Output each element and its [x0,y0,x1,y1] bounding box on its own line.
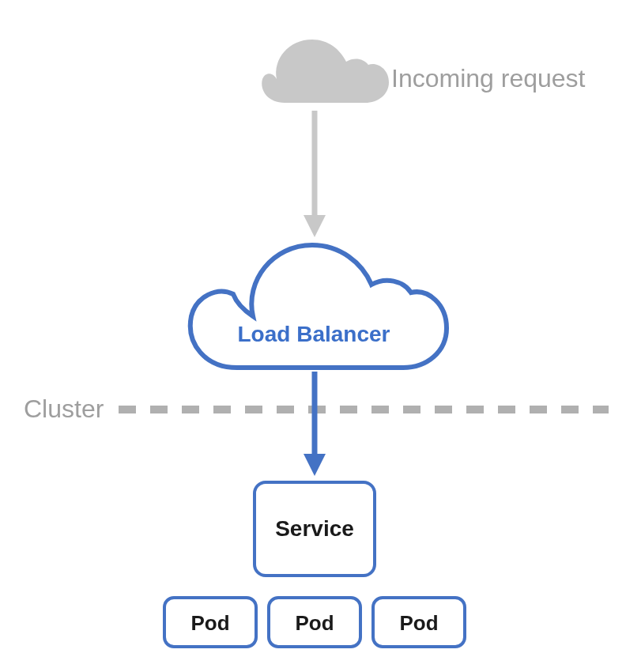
load-balancer-label: Load Balancer [238,322,390,346]
arrow-lb-to-service-icon [304,372,326,476]
architecture-diagram: Incoming request Load Balancer Cluster S… [0,0,626,672]
service-label: Service [275,516,354,541]
arrow-incoming-icon [304,111,326,237]
load-balancer-cloud-icon [190,245,447,368]
pod-2-label: Pod [295,611,334,635]
service-box: Service [255,482,375,576]
svg-marker-1 [304,215,326,237]
incoming-request-label: Incoming request [391,64,586,92]
pod-1-label: Pod [190,611,229,635]
pod-box-1: Pod [164,598,256,647]
svg-marker-3 [304,454,326,476]
pod-box-3: Pod [373,598,465,647]
pod-box-2: Pod [269,598,360,647]
cluster-label: Cluster [24,395,104,423]
pod-3-label: Pod [399,611,438,635]
incoming-cloud-icon [262,40,389,103]
